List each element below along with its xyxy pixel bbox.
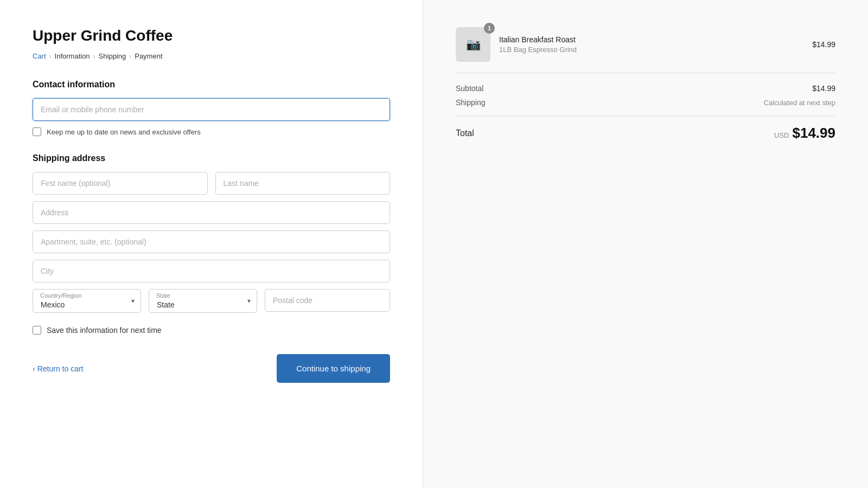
contact-section: Contact information Keep me up to date o… <box>33 80 390 136</box>
order-item: 📷 1 Italian Breakfast Roast 1LB Bag Espr… <box>456 27 835 73</box>
product-price: $14.99 <box>812 40 835 49</box>
subtotal-row: Subtotal $14.99 <box>456 84 835 93</box>
product-description: 1LB Bag Espresso Grind <box>499 46 803 54</box>
breadcrumb-sep-1: › <box>49 53 52 60</box>
email-input[interactable] <box>33 98 390 121</box>
save-info-label: Save this information for next time <box>47 326 162 335</box>
breadcrumb-shipping: Shipping <box>99 52 126 60</box>
postal-input[interactable] <box>265 289 390 312</box>
city-input[interactable] <box>33 260 390 282</box>
shipping-value: Calculated at next step <box>764 99 835 107</box>
product-image: 📷 <box>456 27 490 62</box>
breadcrumb-sep-3: › <box>129 53 131 60</box>
postal-wrapper <box>265 289 390 313</box>
breadcrumb-cart[interactable]: Cart <box>33 52 46 60</box>
right-panel: 📷 1 Italian Breakfast Roast 1LB Bag Espr… <box>423 0 868 488</box>
first-name-input[interactable] <box>33 172 208 195</box>
breadcrumb-information: Information <box>55 52 90 60</box>
chevron-left-icon: ‹ <box>33 364 35 373</box>
product-name: Italian Breakfast Roast <box>499 35 803 44</box>
breadcrumb-payment: Payment <box>135 52 162 60</box>
breadcrumb-sep-2: › <box>93 53 95 60</box>
return-to-cart-link[interactable]: ‹ Return to cart <box>33 364 84 373</box>
last-name-input[interactable] <box>215 172 391 195</box>
item-quantity-badge: 1 <box>484 23 495 34</box>
store-title: Upper Grind Coffee <box>33 27 390 44</box>
shipping-section: Shipping address Country/Region Mexico <box>33 153 390 313</box>
save-info-row: Save this information for next time <box>33 326 390 335</box>
subtotal-value: $14.99 <box>812 84 835 93</box>
newsletter-checkbox[interactable] <box>33 127 41 136</box>
divider <box>456 115 835 116</box>
shipping-section-title: Shipping address <box>33 153 390 163</box>
total-currency: USD <box>774 131 789 139</box>
state-select[interactable]: State <box>149 289 257 313</box>
apt-row <box>33 230 390 253</box>
left-panel: Upper Grind Coffee Cart › Information › … <box>0 0 423 488</box>
newsletter-row: Keep me up to date on news and exclusive… <box>33 127 390 136</box>
shipping-label: Shipping <box>456 98 486 107</box>
state-wrapper: State State ▾ <box>149 289 257 313</box>
product-info: Italian Breakfast Roast 1LB Bag Espresso… <box>499 35 803 54</box>
region-row: Country/Region Mexico ▾ State State ▾ <box>33 289 390 313</box>
total-row: Total USD $14.99 <box>456 125 835 142</box>
address-row <box>33 201 390 224</box>
country-select[interactable]: Mexico <box>33 289 141 313</box>
actions-row: ‹ Return to cart Continue to shipping <box>33 354 390 383</box>
product-image-wrapper: 📷 1 <box>456 27 490 62</box>
save-info-checkbox[interactable] <box>33 326 41 335</box>
total-value-wrapper: USD $14.99 <box>774 125 835 142</box>
breadcrumb: Cart › Information › Shipping › Payment <box>33 52 390 60</box>
address-input[interactable] <box>33 201 390 224</box>
continue-to-shipping-button[interactable]: Continue to shipping <box>277 354 390 383</box>
total-amount: $14.99 <box>792 125 835 142</box>
country-wrapper: Country/Region Mexico ▾ <box>33 289 141 313</box>
contact-section-title: Contact information <box>33 80 390 89</box>
city-row <box>33 260 390 282</box>
return-to-cart-label: Return to cart <box>37 364 84 373</box>
total-label: Total <box>456 129 474 138</box>
shipping-row: Shipping Calculated at next step <box>456 98 835 107</box>
newsletter-label: Keep me up to date on news and exclusive… <box>47 128 201 136</box>
subtotal-label: Subtotal <box>456 84 483 93</box>
name-row <box>33 172 390 195</box>
apt-input[interactable] <box>33 230 390 253</box>
